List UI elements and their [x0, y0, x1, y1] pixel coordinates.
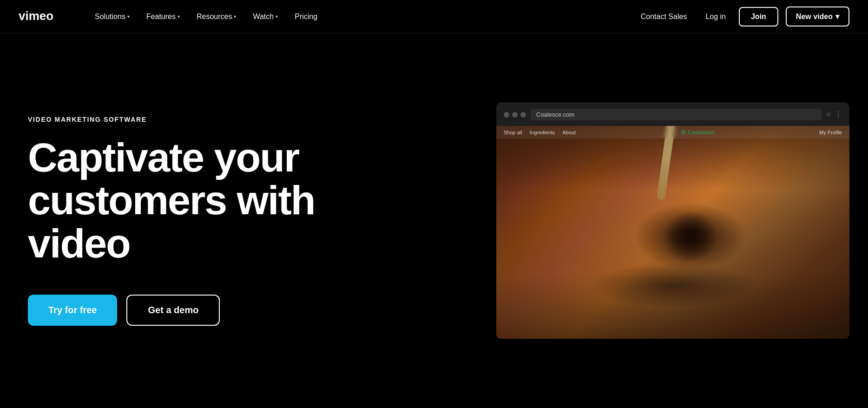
nav-resources[interactable]: Resources ▾	[189, 9, 243, 25]
browser-icons: ○ ⋮	[826, 110, 842, 119]
new-video-button[interactable]: New video ▾	[786, 7, 849, 26]
features-chevron: ▾	[178, 14, 180, 19]
nav-pricing[interactable]: Pricing	[287, 9, 325, 25]
features-label: Features	[146, 13, 176, 21]
site-nav-shop[interactable]: Shop all	[504, 130, 522, 135]
hero-title-line3: video	[28, 220, 130, 266]
nav-solutions[interactable]: Solutions ▾	[87, 9, 137, 25]
address-bar[interactable]: Coalesce.com	[531, 109, 822, 120]
dot-green	[520, 112, 526, 118]
site-nav-about[interactable]: About	[562, 130, 576, 135]
dot-yellow	[512, 112, 518, 118]
new-video-label: New video	[796, 13, 833, 21]
get-demo-button[interactable]: Get a demo	[126, 295, 220, 326]
hero-badge: VIDEO MARKETING SOFTWARE	[28, 116, 315, 123]
hero-title-line2: customers with	[28, 177, 315, 223]
profile-label: My Profile	[819, 130, 842, 135]
hero-title: Captivate your customers with video	[28, 136, 315, 265]
try-free-button[interactable]: Try for free	[28, 295, 117, 326]
login-button[interactable]: Log in	[700, 9, 731, 25]
dot-red	[504, 112, 509, 118]
hero-right: Coalesce.com ○ ⋮ Shop all Ingredient	[342, 102, 849, 339]
site-nav-ingredients[interactable]: Ingredients	[530, 130, 555, 135]
site-nav-overlay: Shop all Ingredients About ✿ Coalesce My…	[496, 126, 849, 138]
browser-content: Shop all Ingredients About ✿ Coalesce My…	[496, 126, 849, 339]
new-video-chevron: ▾	[835, 12, 839, 21]
browser-mockup: Coalesce.com ○ ⋮ Shop all Ingredient	[496, 102, 849, 339]
resources-label: Resources	[197, 13, 232, 21]
join-button[interactable]: Join	[739, 7, 778, 26]
eye-overlay	[496, 126, 849, 339]
browser-chrome: Coalesce.com ○ ⋮	[496, 102, 849, 126]
eye-image: Shop all Ingredients About ✿ Coalesce My…	[496, 126, 849, 339]
site-logo-text: ✿ Coalesce	[681, 129, 714, 136]
site-logo: ✿ Coalesce	[681, 129, 714, 136]
nav-watch[interactable]: Watch ▾	[245, 9, 285, 25]
solutions-chevron: ▾	[127, 14, 130, 19]
site-nav-links: Shop all Ingredients About	[504, 130, 576, 135]
resources-chevron: ▾	[234, 14, 236, 19]
solutions-label: Solutions	[95, 13, 125, 21]
watch-chevron: ▾	[276, 14, 278, 19]
nav-features[interactable]: Features ▾	[139, 9, 187, 25]
main-nav: vimeo Solutions ▾ Features ▾ Resources ▾…	[0, 0, 868, 33]
hero-left: VIDEO MARKETING SOFTWARE Captivate your …	[28, 116, 315, 326]
hero-buttons: Try for free Get a demo	[28, 295, 315, 326]
browser-icon-dots: ⋮	[835, 110, 842, 119]
vimeo-logo[interactable]: vimeo	[19, 9, 65, 25]
watch-label: Watch	[253, 13, 274, 21]
svg-text:vimeo: vimeo	[19, 9, 53, 23]
site-profile[interactable]: My Profile	[819, 130, 842, 135]
nav-links: Solutions ▾ Features ▾ Resources ▾ Watch…	[87, 9, 635, 25]
browser-icon-circle: ○	[826, 110, 831, 119]
address-text: Coalesce.com	[536, 111, 574, 118]
contact-sales-link[interactable]: Contact Sales	[635, 9, 693, 25]
hero-section: VIDEO MARKETING SOFTWARE Captivate your …	[0, 33, 868, 408]
browser-dots	[504, 112, 526, 118]
pricing-label: Pricing	[295, 13, 317, 21]
nav-right: Contact Sales Log in Join New video ▾	[635, 7, 849, 26]
hero-title-line1: Captivate your	[28, 134, 299, 180]
